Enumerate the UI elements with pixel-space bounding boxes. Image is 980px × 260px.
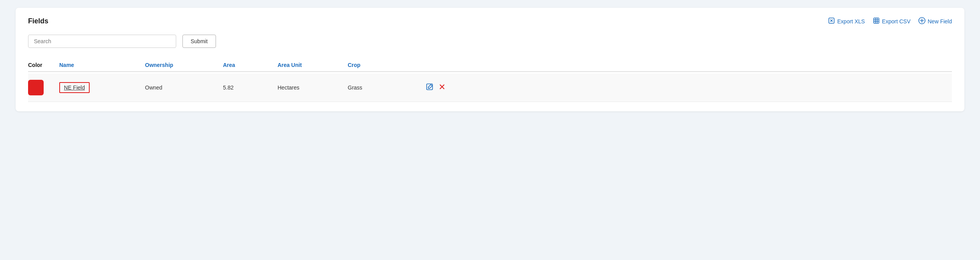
export-xls-button[interactable]: Export XLS — [828, 17, 865, 25]
new-field-label: New Field — [928, 18, 952, 25]
delete-button[interactable] — [438, 83, 446, 93]
table-header: Color Name Ownership Area Area Unit Crop — [28, 59, 952, 72]
search-row: Submit — [28, 35, 952, 48]
edit-button[interactable] — [426, 83, 433, 93]
export-xls-label: Export XLS — [837, 18, 865, 25]
color-cell — [28, 80, 59, 95]
col-header-crop: Crop — [348, 62, 426, 68]
export-csv-button[interactable]: Export CSV — [873, 17, 911, 25]
main-card: Fields Export XLS — [16, 8, 964, 111]
name-cell: NE Field — [59, 82, 145, 93]
field-name-link[interactable]: NE Field — [59, 82, 90, 93]
table-row: NE Field Owned 5.82 Hectares Grass — [28, 74, 952, 102]
ownership-cell: Owned — [145, 84, 223, 91]
header-actions: Export XLS Export CSV — [828, 17, 952, 25]
col-header-area: Area — [223, 62, 278, 68]
xls-icon — [828, 17, 835, 25]
col-header-actions — [426, 62, 952, 68]
header-row: Fields Export XLS — [28, 17, 952, 25]
search-input[interactable] — [28, 35, 176, 48]
new-field-button[interactable]: New Field — [918, 17, 952, 25]
svg-rect-1 — [874, 18, 879, 23]
crop-cell: Grass — [348, 84, 426, 91]
edit-icon — [426, 83, 433, 93]
col-header-area-unit: Area Unit — [278, 62, 348, 68]
close-icon — [438, 83, 446, 93]
color-swatch — [28, 80, 44, 95]
page-container: Fields Export XLS — [0, 0, 980, 260]
row-actions — [426, 83, 952, 93]
submit-button[interactable]: Submit — [182, 35, 216, 48]
table-container: Color Name Ownership Area Area Unit Crop… — [28, 59, 952, 102]
csv-icon — [873, 17, 880, 25]
col-header-name: Name — [59, 62, 145, 68]
col-header-color: Color — [28, 62, 59, 68]
area-cell: 5.82 — [223, 84, 278, 91]
export-csv-label: Export CSV — [882, 18, 911, 25]
plus-icon — [918, 17, 925, 25]
area-unit-cell: Hectares — [278, 84, 348, 91]
col-header-ownership: Ownership — [145, 62, 223, 68]
page-title: Fields — [28, 17, 48, 25]
